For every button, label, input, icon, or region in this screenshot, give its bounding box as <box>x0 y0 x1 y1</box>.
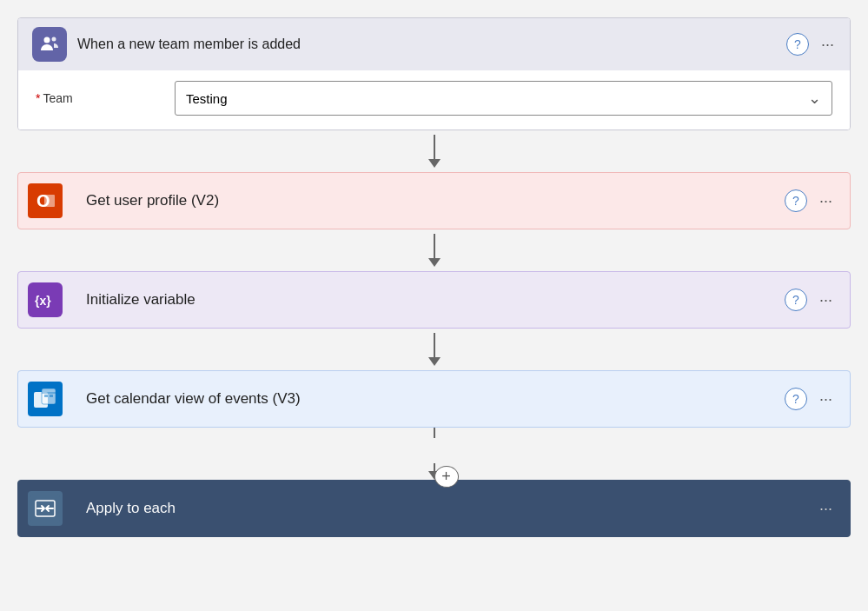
team-field-input[interactable]: Testing ⌄ <box>175 81 832 116</box>
connector-2 <box>428 229 441 271</box>
trigger-card: When a new team member is added ? ··· * … <box>17 17 851 130</box>
get-user-profile-more-button[interactable]: ··· <box>818 190 834 212</box>
office-icon-area: O <box>18 173 72 229</box>
connector-arrow-3 <box>428 357 441 366</box>
initialize-variable-more-button[interactable]: ··· <box>818 289 834 311</box>
teams-icon <box>32 27 67 62</box>
apply-to-each-card: Apply to each ··· <box>17 480 851 537</box>
connector-3 <box>428 329 441 370</box>
trigger-header: When a new team member is added ? ··· <box>18 18 850 70</box>
svg-rect-13 <box>50 395 53 397</box>
calendar-icon-area <box>18 371 72 427</box>
calendar-icon <box>28 382 63 416</box>
add-step-button[interactable]: + <box>434 466 459 488</box>
get-calendar-view-help-button[interactable]: ? <box>785 388 807 410</box>
trigger-icon-area: When a new team member is added <box>32 27 786 62</box>
trigger-more-button[interactable]: ··· <box>819 34 836 56</box>
connector-plus-1: + <box>422 428 447 480</box>
variable-icon: {x} <box>28 282 63 317</box>
flow-container: When a new team member is added ? ··· * … <box>17 17 851 537</box>
apply-to-each-title: Apply to each <box>72 500 818 517</box>
initialize-variable-help-button[interactable]: ? <box>785 289 807 311</box>
trigger-body: * Team Testing ⌄ <box>18 70 850 130</box>
connector-1 <box>428 130 441 172</box>
initialize-variable-title: Initialize variable <box>72 291 785 309</box>
required-star: * <box>36 91 40 105</box>
get-calendar-view-more-button[interactable]: ··· <box>818 389 834 410</box>
plus-line-top <box>434 428 435 438</box>
trigger-header-actions: ? ··· <box>786 33 836 56</box>
connector-line-2 <box>434 234 435 258</box>
get-user-profile-title: Get user profile (V2) <box>72 192 785 209</box>
svg-point-0 <box>44 37 50 43</box>
svg-rect-4 <box>44 195 55 207</box>
get-user-profile-help-button[interactable]: ? <box>785 189 807 212</box>
get-user-profile-actions: ? ··· <box>785 189 850 212</box>
plus-line-bottom <box>434 463 435 471</box>
connector-line-1 <box>434 135 435 159</box>
team-field-label: * Team <box>36 91 175 105</box>
apply-to-each-more-button[interactable]: ··· <box>818 498 834 520</box>
get-calendar-view-actions: ? ··· <box>785 388 850 410</box>
svg-point-1 <box>52 37 56 42</box>
connector-line-3 <box>434 333 435 357</box>
apply-icon-area <box>18 481 72 536</box>
office-icon: O <box>28 183 63 218</box>
connector-arrow-1 <box>428 159 441 168</box>
get-user-profile-card: O Get user profile (V2) ? ··· <box>17 172 851 229</box>
get-calendar-view-card: Get calendar view of events (V3) ? ··· <box>17 370 851 428</box>
get-calendar-view-title: Get calendar view of events (V3) <box>72 390 785 408</box>
svg-rect-12 <box>44 395 48 397</box>
dropdown-arrow-icon: ⌄ <box>808 89 821 108</box>
svg-text:{x}: {x} <box>35 294 51 308</box>
apply-to-each-icon <box>28 491 63 526</box>
initialize-variable-actions: ? ··· <box>785 289 850 311</box>
trigger-help-button[interactable]: ? <box>786 33 809 56</box>
initialize-variable-card: {x} Initialize variable ? ··· <box>17 271 851 329</box>
trigger-title: When a new team member is added <box>77 37 301 52</box>
variable-icon-area: {x} <box>18 272 72 328</box>
connector-arrow-2 <box>428 258 441 267</box>
svg-rect-9 <box>42 389 56 404</box>
apply-to-each-actions: ··· <box>818 498 850 520</box>
